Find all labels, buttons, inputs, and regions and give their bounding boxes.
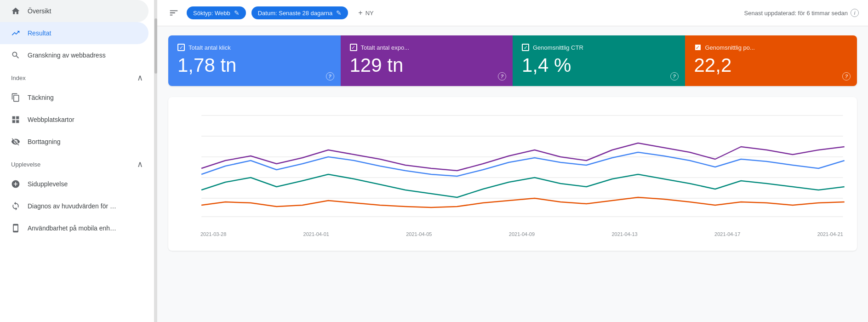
sidebar-item-resultat[interactable]: Resultat [0,22,148,44]
sidebar-item-tackning-label: Täckning [28,94,54,101]
sidebar-item-borttagning-label: Borttagning [28,138,61,145]
sidebar-item-anvandbarhet[interactable]: Användbarhet på mobila enh… [0,217,148,239]
circle-plus-icon [11,179,20,189]
sidebar-item-granskning[interactable]: Granskning av webbadress [0,44,148,66]
content-area: ✓ Totalt antal klick 1,78 tn ? ✓ Totalt … [157,26,868,322]
date-edit-icon: ✎ [336,9,342,17]
search-type-label: Söktyp: Webb [193,10,230,17]
chart-container: 2021-03-28 2021-04-01 2021-04-05 2021-04… [168,97,857,251]
metric-expo-value: 129 tn [350,55,504,76]
last-updated-label: Senast uppdaterad: för 6 timmar sedan [744,10,848,17]
metric-ctr-checkbox[interactable]: ✓ [522,44,529,51]
sidebar-item-oversikt-label: Översikt [28,7,51,15]
metric-klick-value: 1,78 tn [177,55,331,76]
index-sub-items: Täckning Webbplatskartor Borttagning [0,86,154,153]
metric-card-klick-header: ✓ Totalt antal klick [177,44,331,51]
x-label-5: 2021-04-17 [714,231,740,237]
metric-position-checkbox[interactable]: ✓ [694,44,702,51]
chart-line-position [201,197,845,207]
metric-expo-checkbox[interactable]: ✓ [350,44,357,51]
date-label: Datum: Senaste 28 dagarna [258,10,333,17]
x-label-6: 2021-04-21 [817,231,843,237]
toolbar: Söktyp: Webb ✎ Datum: Senaste 28 dagarna… [157,0,868,26]
index-section-label: Index [11,75,26,81]
metric-card-expo-header: ✓ Totalt antal expo... [350,44,504,51]
metric-klick-help-icon[interactable]: ? [326,72,334,80]
sidebar-item-tackning[interactable]: Täckning [0,86,148,109]
line-chart [177,106,848,226]
metric-position-value: 22,2 [694,55,848,76]
home-icon [11,6,20,16]
metric-ctr-help-icon[interactable]: ? [670,72,679,80]
x-label-1: 2021-04-01 [303,231,329,237]
sidebar-item-oversikt[interactable]: Översikt [0,0,148,22]
metric-cards: ✓ Totalt antal klick 1,78 tn ? ✓ Totalt … [168,35,857,86]
x-label-0: 2021-03-28 [200,231,226,237]
metric-position-title: Genomsnittlig po... [705,44,755,51]
metric-klick-checkbox[interactable]: ✓ [177,44,185,51]
date-chip[interactable]: Datum: Senaste 28 dagarna ✎ [251,6,348,19]
sidebar-item-resultat-label: Resultat [28,29,51,37]
metric-klick-title: Totalt antal klick [188,44,231,51]
eye-off-icon [11,137,20,146]
search-icon [11,51,20,60]
search-type-chip[interactable]: Söktyp: Webb ✎ [187,6,246,19]
add-label: NY [365,10,374,17]
chart-line-klick [201,152,845,176]
scrollbar[interactable] [154,0,157,322]
metric-card-ctr-header: ✓ Genomsnittlig CTR [522,44,676,51]
metric-card-expo[interactable]: ✓ Totalt antal expo... 129 tn ? [341,35,513,86]
add-icon: + [358,9,362,17]
phone-icon [11,224,20,233]
x-label-3: 2021-04-09 [509,231,535,237]
x-label-2: 2021-04-05 [406,231,432,237]
metric-ctr-title: Genomsnittlig CTR [533,44,583,51]
sidebar-item-diagnos[interactable]: Diagnos av huvudvärden för … [0,195,148,217]
sidebar-item-granskning-label: Granskning av webbadress [28,52,106,59]
refresh-circle-icon [11,201,20,211]
grid-icon [11,115,20,124]
metric-position-help-icon[interactable]: ? [842,72,851,80]
sidebar-item-diagnos-label: Diagnos av huvudvärden för … [28,202,116,210]
sidebar-item-sidupplevelse-label: Sidupplevelse [28,180,68,188]
scroll-thumb[interactable] [154,18,157,74]
sidebar: Översikt Resultat Granskning av webbadre… [0,0,154,322]
last-updated: Senast uppdaterad: för 6 timmar sedan i [744,9,859,17]
metric-card-klick[interactable]: ✓ Totalt antal klick 1,78 tn ? [168,35,341,86]
main-content: Söktyp: Webb ✎ Datum: Senaste 28 dagarna… [157,0,868,322]
index-chevron-icon: ∧ [137,73,143,83]
filter-icon[interactable] [166,6,181,20]
metric-expo-title: Totalt antal expo... [361,44,410,51]
sidebar-section-index[interactable]: Index ∧ [0,66,154,86]
metric-expo-help-icon[interactable]: ? [498,72,506,80]
trending-up-icon [11,29,20,38]
sidebar-item-sidupplevelse[interactable]: Sidupplevelse [0,173,148,195]
sidebar-item-webbplatskartor-label: Webbplatskartor [28,116,74,123]
upplevelse-chevron-icon: ∧ [137,159,143,169]
metric-ctr-value: 1,4 % [522,55,676,76]
upplevelse-sub-items: Sidupplevelse Diagnos av huvudvärden för… [0,173,154,239]
sidebar-item-anvandbarhet-label: Användbarhet på mobila enh… [28,224,116,232]
x-label-4: 2021-04-13 [611,231,637,237]
sidebar-item-webbplatskartor[interactable]: Webbplatskartor [0,109,148,131]
sidebar-section-upplevelse[interactable]: Upplevelse ∧ [0,153,154,173]
sidebar-item-borttagning[interactable]: Borttagning [0,131,148,153]
add-filter-button[interactable]: + NY [354,6,378,20]
x-axis-labels: 2021-03-28 2021-04-01 2021-04-05 2021-04… [177,228,848,237]
last-updated-info-icon[interactable]: i [851,9,859,17]
upplevelse-section-label: Upplevelse [11,161,40,168]
search-type-edit-icon: ✎ [234,9,240,17]
metric-card-ctr[interactable]: ✓ Genomsnittlig CTR 1,4 % ? [513,35,685,86]
metric-card-position-header: ✓ Genomsnittlig po... [694,44,848,51]
file-copy-icon [11,93,20,102]
metric-card-position[interactable]: ✓ Genomsnittlig po... 22,2 ? [685,35,857,86]
